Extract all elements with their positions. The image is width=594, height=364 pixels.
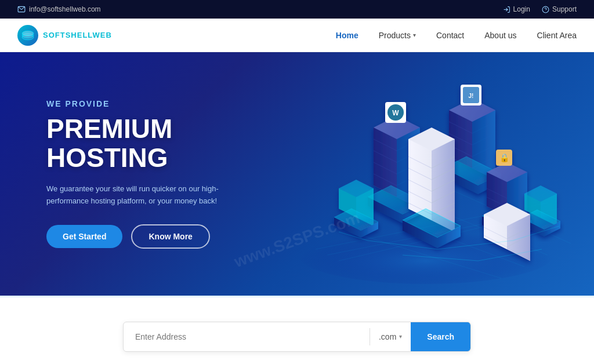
svg-point-6 bbox=[22, 34, 34, 39]
login-button[interactable]: Login bbox=[503, 5, 530, 13]
nav-about[interactable]: About us bbox=[484, 31, 516, 40]
login-icon bbox=[503, 6, 510, 13]
domain-search-input[interactable] bbox=[124, 332, 370, 341]
svg-marker-50 bbox=[408, 139, 432, 220]
tld-value: .com bbox=[379, 332, 396, 341]
hero-section: WE PROVIDE PREMIUM HOSTING We guarantee … bbox=[0, 52, 594, 296]
hero-tagline: WE PROVIDE bbox=[46, 99, 255, 108]
svg-text:J!: J! bbox=[469, 93, 474, 99]
navbar: SOFTSHELLWEB Home Products ▾ Contact Abo… bbox=[0, 19, 594, 52]
support-icon bbox=[542, 6, 549, 13]
nav-home[interactable]: Home bbox=[336, 31, 358, 40]
logo-icon bbox=[17, 25, 38, 46]
search-box: .com ▾ Search bbox=[123, 322, 471, 352]
email-icon bbox=[17, 5, 26, 13]
hero-title: PREMIUM HOSTING bbox=[46, 114, 255, 173]
search-section: .com ▾ Search bbox=[0, 296, 594, 364]
svg-text:W: W bbox=[392, 109, 399, 117]
topbar-email-section: info@softshellweb.com bbox=[17, 5, 101, 13]
know-more-button[interactable]: Know More bbox=[131, 224, 209, 249]
topbar: info@softshellweb.com Login Support bbox=[0, 0, 594, 19]
get-started-button[interactable]: Get Started bbox=[46, 225, 122, 248]
search-button[interactable]: Search bbox=[411, 322, 470, 352]
hero-description: We guarantee your site will run quicker … bbox=[46, 183, 255, 208]
support-button[interactable]: Support bbox=[542, 5, 577, 13]
svg-text:🔒: 🔒 bbox=[499, 153, 510, 163]
logo[interactable]: SOFTSHELLWEB bbox=[17, 25, 112, 46]
topbar-actions: Login Support bbox=[503, 5, 577, 13]
nav-links: Home Products ▾ Contact About us Client … bbox=[336, 31, 577, 40]
hero-illustration: W bbox=[281, 70, 571, 290]
nav-client-area[interactable]: Client Area bbox=[537, 31, 577, 40]
logo-text: SOFTSHELLWEB bbox=[43, 31, 112, 39]
products-chevron-icon: ▾ bbox=[413, 32, 416, 38]
hero-buttons: Get Started Know More bbox=[46, 224, 255, 249]
tld-selector[interactable]: .com ▾ bbox=[370, 332, 411, 341]
email-text: info@softshellweb.com bbox=[29, 5, 101, 13]
tld-chevron-icon: ▾ bbox=[399, 333, 402, 340]
hero-content: WE PROVIDE PREMIUM HOSTING We guarantee … bbox=[0, 99, 302, 249]
nav-contact[interactable]: Contact bbox=[436, 31, 464, 40]
logo-svg bbox=[21, 29, 34, 42]
nav-products[interactable]: Products ▾ bbox=[379, 31, 416, 40]
hero-illustration-svg: W bbox=[281, 70, 571, 290]
